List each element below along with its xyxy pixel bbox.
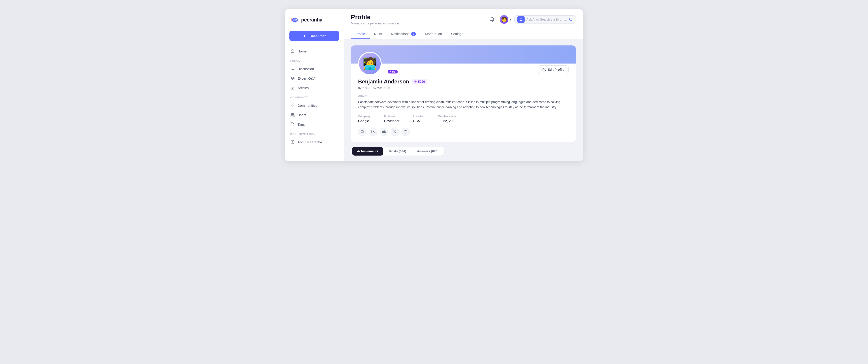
tab-profile[interactable]: Profile xyxy=(351,29,370,39)
sidebar: peeranha ＋ + Add Post Home FORUM Discuss… xyxy=(285,9,344,161)
tab-nfts[interactable]: NFTs xyxy=(370,29,386,39)
profile-avatar-wrap: 🧑‍💻 Hero xyxy=(358,52,427,75)
social-links xyxy=(358,128,569,136)
profile-address: 0x31339...92b5fa91 ⧉ xyxy=(358,86,427,90)
profile-avatar-emoji: 🧑‍💻 xyxy=(363,58,377,69)
users-icon xyxy=(290,113,295,117)
meta-member-since: Member since Jul 22, 2022 xyxy=(438,115,456,123)
topbar: Profile Manage your personal information… xyxy=(344,9,583,39)
edit-profile-label: Edit Profile xyxy=(548,68,564,72)
discord-link[interactable] xyxy=(380,128,388,136)
meta-position: Position Developer xyxy=(384,115,399,123)
section-label-community: COMMUNITY xyxy=(285,92,344,101)
twitter-link[interactable] xyxy=(391,128,399,136)
sidebar-item-about[interactable]: About Peeranha xyxy=(285,137,344,147)
notification-button[interactable] xyxy=(488,15,497,24)
sidebar-item-home[interactable]: Home xyxy=(285,46,344,56)
tab-moderation[interactable]: Moderation xyxy=(421,29,446,39)
tab-answers[interactable]: Answers (678) xyxy=(412,147,443,156)
add-post-label: + Add Post xyxy=(308,34,326,38)
bottom-tab-bar: Achievements Posts (334) Answers (678) xyxy=(351,147,445,156)
info-icon xyxy=(290,140,295,144)
section-label-documentation: DOCUMENTATION xyxy=(285,129,344,137)
tab-notifications[interactable]: Notifications 7 xyxy=(386,29,421,39)
discord-icon xyxy=(382,130,386,134)
grid-icon xyxy=(290,103,295,108)
meta-location: Location USA xyxy=(413,115,424,123)
article-icon xyxy=(290,85,295,90)
website-link[interactable] xyxy=(401,128,410,136)
github-icon xyxy=(360,130,364,134)
sidebar-item-label: About Peeranha xyxy=(298,140,322,144)
company-value: Google xyxy=(358,119,371,123)
user-avatar-button[interactable]: 🧑 ▾ xyxy=(500,15,511,24)
sidebar-item-expert-qa[interactable]: Expert Q&A xyxy=(285,74,344,83)
tab-label: Moderation xyxy=(425,32,442,36)
add-post-button[interactable]: ＋ + Add Post xyxy=(289,31,339,41)
sidebar-item-users[interactable]: Users xyxy=(285,110,344,120)
page-title-block: Profile Manage your personal information… xyxy=(351,13,400,25)
logo-icon xyxy=(290,16,299,24)
search-input[interactable] xyxy=(526,16,567,23)
sidebar-item-label: Communities xyxy=(298,104,317,107)
tab-settings[interactable]: Settings xyxy=(446,29,468,39)
points-value: 5990 xyxy=(418,80,425,83)
sidebar-item-articles[interactable]: Articles xyxy=(285,83,344,92)
tab-label: Settings xyxy=(451,32,463,36)
position-value: Developer xyxy=(384,119,399,123)
profile-name-row: Benjamin Anderson ✦ 5990 xyxy=(358,79,427,85)
avatar: 🧑 xyxy=(500,15,508,24)
sidebar-item-label: Articles xyxy=(298,86,309,90)
chat-icon xyxy=(290,66,295,71)
tab-posts[interactable]: Posts (334) xyxy=(384,147,411,156)
profile-section: 🧑‍💻 Hero Benjamin Anderson ✦ 5990 xyxy=(344,39,583,161)
chevron-down-icon: ▾ xyxy=(510,18,511,21)
globe-icon xyxy=(404,130,407,134)
sidebar-item-communities[interactable]: Communities xyxy=(285,101,344,110)
copy-icon[interactable]: ⧉ xyxy=(388,86,391,90)
graduation-icon xyxy=(290,76,295,81)
ai-button[interactable] xyxy=(517,16,525,23)
svg-point-3 xyxy=(296,19,297,20)
location-label: Location xyxy=(413,115,424,118)
svg-point-13 xyxy=(291,113,293,115)
tab-achievements[interactable]: Achievements xyxy=(352,147,383,156)
svg-rect-9 xyxy=(291,104,292,105)
hero-badge: Hero xyxy=(388,70,398,74)
location-value: USA xyxy=(413,119,424,123)
page-subtitle: Manage your personal information. xyxy=(351,22,400,25)
sidebar-item-label: Home xyxy=(298,49,307,53)
profile-avatar: 🧑‍💻 xyxy=(358,52,381,75)
home-icon xyxy=(290,49,295,53)
profile-card: 🧑‍💻 Hero Benjamin Anderson ✦ 5990 xyxy=(351,46,576,142)
svg-line-20 xyxy=(571,20,572,21)
page-title: Profile xyxy=(351,13,400,21)
github-link[interactable] xyxy=(358,128,366,136)
profile-meta-row: Company Google Position Developer Locati… xyxy=(358,115,569,123)
sidebar-item-label: Tags xyxy=(298,122,305,127)
sidebar-item-label: Discussion xyxy=(298,67,314,71)
sidebar-item-label: Expert Q&A xyxy=(298,77,315,80)
svg-point-21 xyxy=(371,131,372,131)
profile-header-row: 🧑‍💻 Hero Benjamin Anderson ✦ 5990 xyxy=(358,52,569,90)
search-bar xyxy=(515,16,576,24)
svg-point-4 xyxy=(296,19,297,19)
about-label: About xyxy=(358,94,569,98)
search-icon xyxy=(569,18,573,22)
tab-label: Profile xyxy=(355,32,365,36)
member-since-label: Member since xyxy=(438,115,456,118)
sidebar-item-tags[interactable]: Tags xyxy=(285,120,344,129)
logo-text: peeranha xyxy=(301,17,322,23)
app-container: peeranha ＋ + Add Post Home FORUM Discuss… xyxy=(285,9,583,161)
meta-company: Company Google xyxy=(358,115,371,123)
svg-marker-18 xyxy=(519,18,522,21)
company-label: Company xyxy=(358,115,371,118)
sidebar-item-discussion[interactable]: Discussion xyxy=(285,64,344,74)
notification-badge: 7 xyxy=(411,32,416,36)
edit-profile-button[interactable]: Edit Profile xyxy=(538,65,569,74)
profile-body: 🧑‍💻 Hero Benjamin Anderson ✦ 5990 xyxy=(351,52,576,142)
twitter-x-icon xyxy=(393,130,396,133)
search-button[interactable] xyxy=(569,18,573,22)
linkedin-link[interactable] xyxy=(369,128,377,136)
edit-icon xyxy=(542,68,546,72)
